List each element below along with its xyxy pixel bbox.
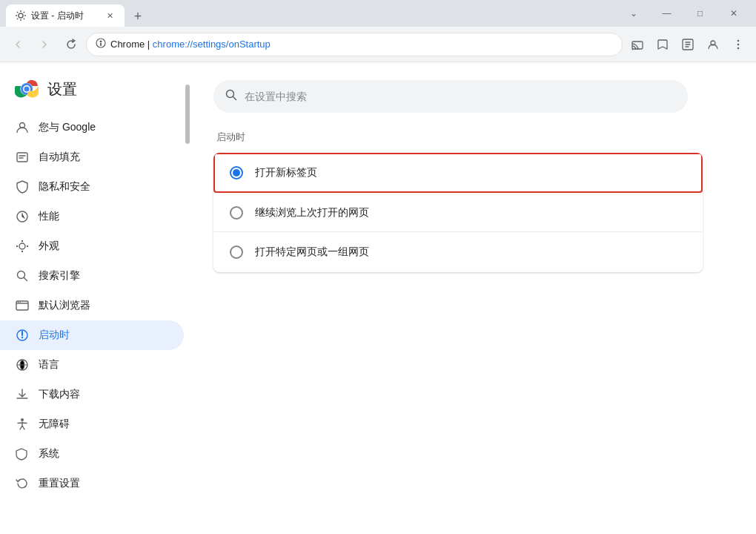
reset-icon — [15, 476, 30, 491]
sidebar-privacy-label: 隐私和安全 — [39, 180, 90, 194]
active-tab[interactable]: 设置 - 启动时 ✕ — [6, 4, 125, 27]
radio-continue[interactable] — [230, 206, 243, 220]
option-continue-label: 继续浏览上次打开的网页 — [255, 206, 369, 220]
search-box[interactable] — [213, 80, 688, 113]
system-icon — [15, 446, 30, 461]
radio-new-tab[interactable] — [230, 166, 243, 179]
option-specific-label: 打开特定网页或一组网页 — [255, 245, 369, 259]
navbar: Chrome | chrome://settings/onStartup — [0, 27, 756, 62]
sidebar-item-language[interactable]: 语言 — [0, 350, 184, 380]
svg-point-30 — [21, 418, 24, 421]
sidebar-item-search[interactable]: 搜索引擎 — [0, 261, 184, 291]
sidebar-item-browser[interactable]: 默认浏览器 — [0, 291, 184, 320]
svg-point-22 — [27, 245, 28, 247]
sidebar-scrollbar-thumb[interactable] — [185, 85, 190, 144]
tab-strip: 设置 - 启动时 ✕ + — [6, 0, 148, 27]
search-input[interactable] — [245, 90, 676, 102]
reload-button[interactable] — [59, 33, 83, 56]
sidebar-scrollbar[interactable] — [185, 62, 190, 534]
sidebar-header: 设置 — [0, 68, 190, 113]
address-path: chrome://settings/onStartup — [153, 39, 271, 50]
svg-point-10 — [737, 47, 740, 49]
svg-rect-16 — [17, 153, 27, 162]
radio-specific[interactable] — [230, 245, 243, 259]
sidebar-startup-label: 启动时 — [39, 329, 70, 342]
titlebar: 设置 - 启动时 ✕ + ⌄ — □ ✕ — [0, 0, 756, 27]
address-prefix: Chrome — [110, 39, 145, 50]
svg-point-14 — [24, 87, 30, 92]
sidebar-item-privacy[interactable]: 隐私和安全 — [0, 172, 184, 202]
sidebar-google-label: 您与 Google — [39, 121, 96, 134]
address-text: Chrome | chrome://settings/onStartup — [110, 39, 613, 50]
sidebar-item-system[interactable]: 系统 — [0, 439, 184, 469]
svg-point-8 — [737, 39, 740, 42]
sidebar-item-google[interactable]: 您与 Google — [0, 113, 184, 142]
options-card: 打开新标签页 继续浏览上次打开的网页 打开特定网页或一组网页 — [213, 153, 703, 272]
option-new-tab-label: 打开新标签页 — [255, 166, 317, 179]
cast-button[interactable] — [626, 33, 649, 56]
svg-point-28 — [21, 337, 23, 338]
sidebar-item-reset[interactable]: 重置设置 — [0, 469, 184, 498]
new-tab-button[interactable]: + — [127, 6, 148, 27]
svg-point-26 — [19, 302, 20, 303]
sidebar-search-label: 搜索引擎 — [39, 269, 80, 283]
address-bar[interactable]: Chrome | chrome://settings/onStartup — [86, 33, 623, 56]
radio-inner-new-tab — [233, 169, 240, 177]
sidebar-system-label: 系统 — [39, 447, 59, 461]
maximize-button[interactable]: □ — [683, 1, 717, 25]
google-icon — [15, 120, 30, 135]
close-button[interactable]: ✕ — [717, 1, 750, 25]
svg-point-19 — [21, 240, 23, 242]
section-title: 启动时 — [213, 131, 732, 144]
tab-search-button[interactable] — [676, 33, 700, 56]
downloads-icon — [15, 387, 30, 402]
address-separator: | — [145, 39, 153, 50]
sidebar-autofill-label: 自动填充 — [39, 151, 80, 164]
sidebar-downloads-label: 下载内容 — [39, 388, 80, 401]
option-continue[interactable]: 继续浏览上次打开的网页 — [213, 193, 703, 232]
back-button[interactable] — [6, 33, 30, 56]
performance-icon — [15, 209, 30, 224]
menu-button[interactable] — [726, 33, 750, 56]
sidebar-item-appearance[interactable]: 外观 — [0, 231, 184, 261]
main-content: 设置 您与 Google 自动填充 隐私和安全 性能 — [0, 62, 756, 534]
svg-point-9 — [737, 43, 740, 45]
svg-point-21 — [16, 245, 18, 247]
svg-rect-3 — [100, 43, 102, 46]
sidebar-appearance-label: 外观 — [39, 240, 59, 253]
sidebar-item-startup[interactable]: 启动时 — [0, 320, 184, 350]
sidebar-settings-title: 设置 — [47, 79, 77, 99]
svg-point-20 — [21, 251, 23, 252]
minimize-button[interactable]: ⌄ — [617, 1, 650, 25]
search-engine-icon — [15, 268, 30, 283]
sidebar-item-autofill[interactable]: 自动填充 — [0, 142, 184, 172]
profile-button[interactable] — [701, 33, 725, 56]
content-area: 启动时 打开新标签页 继续浏览上次打开的网页 打开特定网页或一组网页 — [190, 62, 756, 534]
chrome-logo — [15, 77, 39, 101]
startup-icon — [15, 328, 30, 343]
option-new-tab[interactable]: 打开新标签页 — [213, 153, 703, 193]
svg-point-23 — [18, 271, 25, 279]
language-icon — [15, 357, 30, 372]
browser-icon — [15, 298, 30, 313]
sidebar-item-accessibility[interactable]: 无障碍 — [0, 409, 184, 439]
svg-point-0 — [19, 13, 23, 18]
option-specific[interactable]: 打开特定网页或一组网页 — [213, 232, 703, 272]
sidebar-item-performance[interactable]: 性能 — [0, 202, 184, 231]
security-icon — [96, 38, 106, 50]
forward-button[interactable] — [33, 33, 56, 56]
appearance-icon — [15, 239, 30, 254]
tab-favicon — [15, 10, 27, 22]
sidebar-item-downloads[interactable]: 下载内容 — [0, 380, 184, 409]
nav-actions — [626, 33, 750, 56]
autofill-icon — [15, 150, 30, 165]
minimize-button2[interactable]: — — [650, 1, 683, 25]
svg-point-5 — [632, 48, 634, 50]
svg-point-18 — [19, 243, 25, 249]
sidebar-browser-label: 默认浏览器 — [39, 299, 90, 312]
svg-point-2 — [100, 41, 102, 43]
tab-close-button[interactable]: ✕ — [104, 10, 116, 22]
privacy-icon — [15, 179, 30, 194]
sidebar-performance-label: 性能 — [39, 210, 59, 223]
bookmark-button[interactable] — [651, 33, 674, 56]
